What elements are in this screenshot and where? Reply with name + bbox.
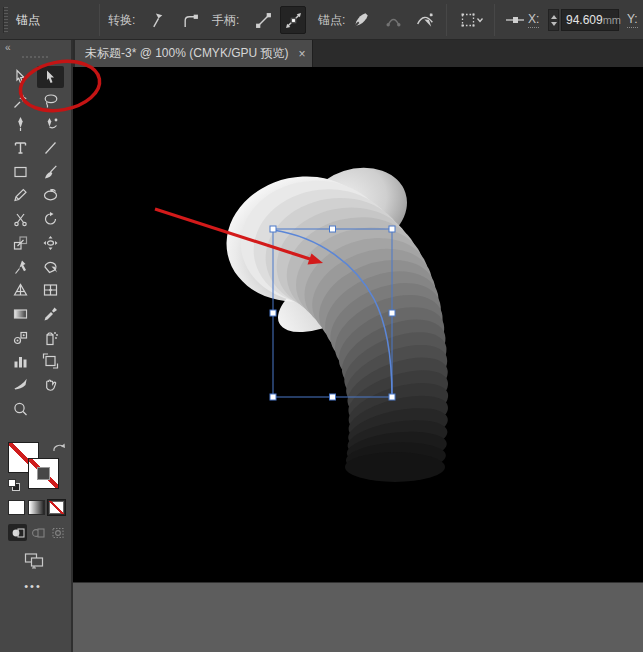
selection-handle[interactable] <box>270 226 276 232</box>
change-screen-mode-button[interactable] <box>24 552 44 573</box>
convert-label: 转换: <box>108 12 135 29</box>
tool-pen-tool[interactable] <box>7 113 34 135</box>
tool-grid <box>7 66 67 421</box>
type-icon <box>12 140 29 156</box>
draw-behind-icon <box>31 527 45 539</box>
tab-close-icon[interactable]: × <box>299 48 306 60</box>
selection-handle[interactable] <box>330 394 336 400</box>
collapse-panel-button[interactable]: « <box>5 42 10 53</box>
symbol-sprayer-icon <box>42 330 59 346</box>
tool-scale-tool[interactable] <box>7 232 34 254</box>
none-button[interactable] <box>48 500 65 515</box>
tool-rotate-view-tool[interactable] <box>37 184 64 206</box>
curvature-icon <box>42 116 59 132</box>
tool-lasso-tool[interactable] <box>37 90 64 112</box>
selection-handle[interactable] <box>389 310 395 316</box>
free-transform-icon <box>42 235 59 251</box>
bounding-box-options-button[interactable] <box>455 6 489 34</box>
tool-rotate-tool[interactable] <box>37 208 64 230</box>
document-tab[interactable]: 未标题-3* @ 100% (CMYK/GPU 预览) × <box>75 40 313 67</box>
anchor-ops-label: 锚点: <box>318 12 345 29</box>
line-icon <box>42 140 59 156</box>
stroke-swatch[interactable] <box>28 458 59 489</box>
isolate-object-button[interactable] <box>502 6 528 34</box>
selection-handle[interactable] <box>389 226 395 232</box>
tool-curvature-tool[interactable] <box>37 113 64 135</box>
panel-grip[interactable] <box>22 56 50 58</box>
selection-handle[interactable] <box>270 310 276 316</box>
tool-paintbrush-tool[interactable] <box>37 161 64 183</box>
draw-normal-button[interactable] <box>8 524 27 541</box>
tool-line-segment-tool[interactable] <box>37 137 64 159</box>
artboard-icon <box>42 353 59 369</box>
shape-builder-icon <box>12 259 29 275</box>
tool-shape-builder-tool[interactable] <box>7 256 34 278</box>
tool-zoom-tool[interactable] <box>7 398 34 420</box>
tool-column-graph-tool[interactable] <box>7 350 34 372</box>
connect-ends-button[interactable] <box>412 6 438 34</box>
selection-handle[interactable] <box>270 394 276 400</box>
show-handles-button[interactable] <box>280 6 306 34</box>
tool-magic-wand-tool[interactable] <box>7 90 34 112</box>
convert-to-corner-button[interactable] <box>144 6 170 34</box>
tool-selection-tool[interactable] <box>37 66 64 88</box>
tool-mesh-tool[interactable] <box>37 279 64 301</box>
drawing-mode-buttons <box>8 524 67 541</box>
control-bar-grip[interactable] <box>3 7 8 33</box>
tool-blend-tool[interactable] <box>7 327 34 349</box>
scale-icon <box>12 235 29 251</box>
tool-artboard-tool[interactable] <box>37 350 64 372</box>
tool-live-paint-selection-tool[interactable] <box>37 256 64 278</box>
tool-hand-tool[interactable] <box>37 374 64 396</box>
separator <box>446 4 447 36</box>
selection-handle[interactable] <box>389 394 395 400</box>
control-bar: 锚点 转换: 手柄: <box>0 0 643 40</box>
cut-path-button[interactable] <box>380 6 406 34</box>
fill-stroke-indicator <box>8 442 66 496</box>
remove-anchor-button[interactable] <box>348 6 374 34</box>
separator <box>99 4 100 36</box>
more-tools-button[interactable]: ••• <box>0 580 66 592</box>
mini-fill-swatch <box>8 479 16 487</box>
tool-gradient-tool[interactable] <box>7 303 34 325</box>
smooth-point-icon <box>182 12 199 29</box>
tool-free-transform-tool[interactable] <box>37 232 64 254</box>
chevron-down-icon <box>476 16 484 24</box>
illustrator-window: 锚点 转换: 手柄: <box>0 0 643 652</box>
direct-selection-icon <box>12 69 29 85</box>
draw-behind-button[interactable] <box>28 524 47 541</box>
eyedropper-icon <box>42 306 59 322</box>
tool-slice-tool[interactable] <box>7 374 34 396</box>
tool-pencil-tool[interactable] <box>7 184 34 206</box>
tool-rectangle-tool[interactable] <box>7 161 34 183</box>
separator <box>494 4 495 36</box>
remove-anchor-icon <box>352 11 370 29</box>
tool-scissors-tool[interactable] <box>7 208 34 230</box>
gradient-button[interactable] <box>28 500 45 515</box>
tool-perspective-grid-tool[interactable] <box>7 279 34 301</box>
x-value-input[interactable]: 94.609 mm <box>561 9 619 31</box>
canvas[interactable] <box>73 67 643 582</box>
selection-handle[interactable] <box>330 226 336 232</box>
blend-object[interactable] <box>215 155 456 482</box>
document-tab-title: 未标题-3* @ 100% (CMYK/GPU 预览) <box>75 45 289 62</box>
draw-inside-button[interactable] <box>48 524 67 541</box>
hide-handles-button[interactable] <box>250 6 276 34</box>
artwork[interactable] <box>73 67 643 582</box>
hide-handles-icon <box>255 12 272 29</box>
convert-to-smooth-button[interactable] <box>177 6 203 34</box>
cut-path-icon <box>385 12 402 29</box>
tool-symbol-sprayer-tool[interactable] <box>37 327 64 349</box>
document-tab-bar: 未标题-3* @ 100% (CMYK/GPU 预览) × <box>73 40 643 67</box>
tool-type-tool[interactable] <box>7 137 34 159</box>
tool-eyedropper-tool[interactable] <box>37 303 64 325</box>
x-value-stepper[interactable] <box>548 9 559 31</box>
color-button[interactable] <box>8 500 25 515</box>
perspective-grid-icon <box>12 282 29 298</box>
swap-arrow-icon <box>52 442 66 454</box>
y-coordinate-label: Y: <box>627 12 638 28</box>
swap-fill-stroke-button[interactable] <box>52 440 66 458</box>
default-fill-stroke-button[interactable] <box>8 479 20 491</box>
column-graph-icon <box>12 353 29 369</box>
tool-direct-selection-tool[interactable] <box>7 66 34 88</box>
